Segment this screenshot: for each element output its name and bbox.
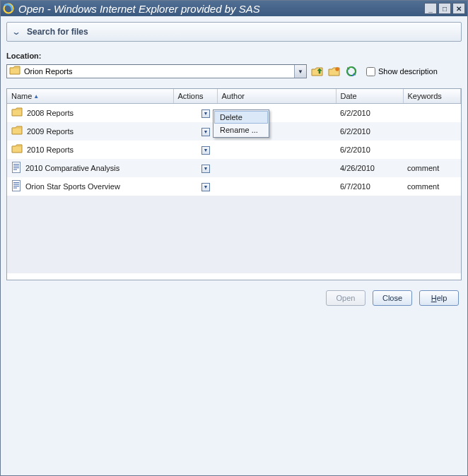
- file-name: 2009 Reports: [27, 127, 74, 136]
- location-value: Orion Reports: [24, 67, 294, 76]
- file-grid: Name▲ Actions Author Date Keywords 2008 …: [6, 88, 462, 280]
- open-dialog-window: Open - Windows Internet Explorer provide…: [0, 0, 468, 476]
- svg-rect-7: [13, 182, 19, 183]
- titlebar[interactable]: Open - Windows Internet Explorer provide…: [1, 1, 467, 16]
- document-icon: [11, 180, 21, 193]
- file-name: 2010 Reports: [27, 145, 74, 154]
- cell-date: 6/2/2010: [336, 141, 403, 159]
- chevron-down-icon: ⌄: [11, 27, 21, 37]
- cell-name[interactable]: 2010 Comparative Analysis: [7, 159, 173, 177]
- cell-keywords: [403, 122, 461, 141]
- maximize-button[interactable]: □: [438, 3, 451, 14]
- menu-rename[interactable]: Rename ...: [214, 124, 268, 136]
- refresh-icon[interactable]: [345, 65, 358, 78]
- window-title: Open - Windows Internet Explorer provide…: [18, 3, 423, 15]
- file-table: Name▲ Actions Author Date Keywords 2008 …: [7, 89, 461, 196]
- cell-keywords: [403, 104, 461, 123]
- grid-empty-area: [7, 196, 461, 273]
- client-area: ⌄ Search for files Location: Orion Repor…: [1, 16, 467, 475]
- cell-actions: ▼: [173, 141, 217, 159]
- cell-name[interactable]: 2008 Reports: [7, 104, 173, 122]
- col-author[interactable]: Author: [217, 89, 336, 104]
- show-description-label: Show description: [378, 67, 438, 76]
- svg-rect-4: [13, 167, 19, 168]
- show-description-input[interactable]: [366, 67, 375, 76]
- file-name: 2010 Comparative Analysis: [25, 164, 119, 172]
- svg-rect-9: [13, 186, 19, 186]
- search-label: Search for files: [27, 27, 88, 37]
- help-underline: H: [431, 294, 437, 302]
- col-date[interactable]: Date: [336, 89, 403, 104]
- row-action-button[interactable]: ▼: [201, 183, 210, 191]
- show-description-checkbox[interactable]: Show description: [366, 67, 438, 76]
- search-bar[interactable]: ⌄ Search for files: [6, 22, 462, 42]
- folder-icon: [9, 66, 21, 77]
- location-label: Location:: [6, 52, 462, 60]
- table-row[interactable]: Orion Star Sports Overview▼6/7/2010comme…: [7, 177, 461, 196]
- svg-rect-2: [13, 164, 19, 165]
- folder-icon: [11, 107, 23, 119]
- cell-author: [217, 159, 336, 177]
- row-action-button[interactable]: ▼: [201, 109, 210, 118]
- file-name: Orion Star Sports Overview: [25, 182, 120, 191]
- location-row: Orion Reports ▼: [6, 64, 462, 78]
- open-button[interactable]: Open: [326, 290, 365, 306]
- menu-delete[interactable]: Delete: [214, 111, 268, 124]
- ie-icon: [3, 3, 14, 14]
- cell-author: [217, 141, 336, 159]
- cell-keywords: comment: [403, 159, 461, 177]
- table-row[interactable]: 2010 Reports▼6/2/2010: [7, 141, 461, 159]
- col-keywords[interactable]: Keywords: [403, 89, 461, 104]
- cell-actions: ▼: [173, 177, 217, 196]
- cell-name[interactable]: 2010 Reports: [7, 141, 173, 159]
- row-action-button[interactable]: ▼: [201, 146, 210, 155]
- cell-actions: ▼: [173, 104, 217, 123]
- svg-rect-8: [13, 184, 19, 185]
- col-name[interactable]: Name▲: [7, 89, 173, 104]
- row-action-button[interactable]: ▼: [201, 165, 210, 173]
- cell-date: 6/2/2010: [336, 104, 403, 123]
- cell-actions: ▼: [173, 159, 217, 177]
- cell-name[interactable]: Orion Star Sports Overview: [7, 177, 173, 196]
- svg-rect-5: [13, 169, 17, 170]
- cell-name[interactable]: 2009 Reports: [7, 122, 173, 141]
- close-window-button[interactable]: ✕: [452, 3, 465, 14]
- row-action-button[interactable]: ▼: [201, 128, 210, 136]
- document-icon: [11, 162, 21, 174]
- location-combo[interactable]: Orion Reports ▼: [6, 64, 307, 78]
- help-button[interactable]: Help: [419, 290, 459, 306]
- cell-author: [217, 177, 336, 196]
- combo-dropdown-button[interactable]: ▼: [294, 65, 306, 78]
- dialog-buttons: Open Close Help: [6, 290, 462, 306]
- new-folder-icon[interactable]: [328, 65, 341, 78]
- close-button[interactable]: Close: [373, 290, 412, 306]
- folder-icon: [11, 144, 23, 155]
- svg-rect-10: [13, 188, 17, 189]
- cell-keywords: [403, 141, 461, 159]
- cell-date: 6/7/2010: [336, 177, 403, 196]
- col-actions[interactable]: Actions: [173, 89, 217, 104]
- file-name: 2008 Reports: [27, 109, 74, 117]
- folder-icon: [11, 126, 23, 137]
- cell-actions: ▼: [173, 122, 217, 141]
- svg-rect-3: [13, 166, 19, 167]
- sort-asc-icon: ▲: [33, 93, 39, 100]
- table-header-row: Name▲ Actions Author Date Keywords: [7, 89, 461, 104]
- actions-context-menu: Delete Rename ...: [213, 109, 269, 138]
- cell-date: 4/26/2010: [336, 159, 403, 177]
- table-row[interactable]: 2010 Comparative Analysis▼4/26/2010comme…: [7, 159, 461, 177]
- cell-date: 6/2/2010: [336, 122, 403, 141]
- minimize-button[interactable]: _: [424, 3, 437, 14]
- up-folder-icon[interactable]: [311, 65, 324, 78]
- cell-keywords: comment: [403, 177, 461, 196]
